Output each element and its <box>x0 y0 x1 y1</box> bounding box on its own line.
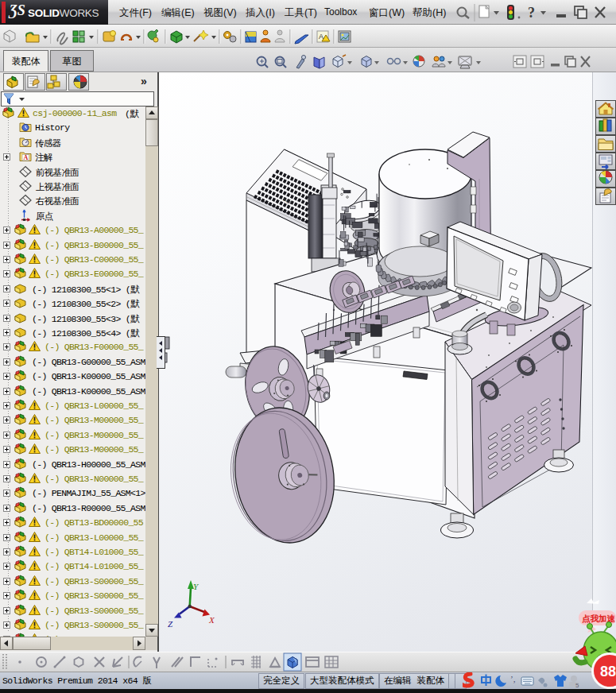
svg-text:X: X <box>208 615 215 625</box>
svg-text:’,: ’, <box>510 674 516 683</box>
svg-text:Z: Z <box>168 619 173 629</box>
svg-text:Y: Y <box>193 582 200 591</box>
svg-text:88: 88 <box>600 664 616 679</box>
svg-text:A: A <box>319 33 323 41</box>
svg-text:?: ? <box>528 5 535 21</box>
svg-text:A: A <box>24 154 29 161</box>
